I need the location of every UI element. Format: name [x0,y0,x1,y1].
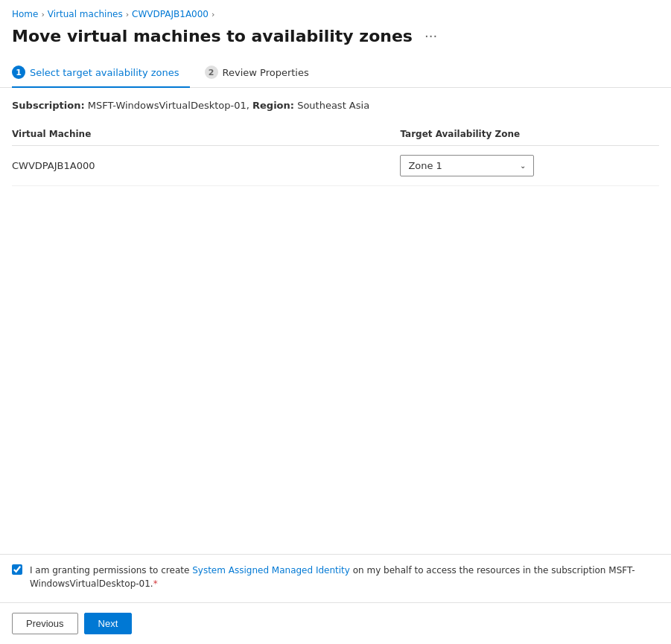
subscription-label: Subscription: [12,100,85,111]
more-options-icon[interactable]: ··· [420,27,442,45]
breadcrumb-vms[interactable]: Virtual machines [48,9,123,19]
breadcrumb-sep-2: › [126,10,129,19]
breadcrumb-vm-name[interactable]: CWVDPAJB1A000 [132,9,209,19]
breadcrumb: Home › Virtual machines › CWVDPAJB1A000 … [0,0,671,24]
tab-label-review-properties: Review Properties [223,67,309,78]
subscription-value: MSFT-WindowsVirtualDesktop-01 [88,100,247,111]
previous-button[interactable]: Previous [12,613,78,634]
consent-text-before: I am granting permissions to create [30,565,192,576]
col-target-zone: Target Availability Zone [400,123,659,146]
next-button[interactable]: Next [84,613,133,634]
zone-select-value: Zone 1 [408,160,442,171]
consent-link[interactable]: System Assigned Managed Identity [192,565,350,576]
chevron-down-icon: ⌄ [520,162,526,170]
region-label: Region: [252,100,294,111]
col-virtual-machine: Virtual Machine [12,123,400,146]
vm-table: Virtual Machine Target Availability Zone… [12,123,659,186]
vm-name-cell: CWVDPAJB1A000 [12,146,400,186]
tab-navigation: 1 Select target availability zones 2 Rev… [0,57,671,88]
main-content: Subscription: MSFT-WindowsVirtualDesktop… [0,88,671,186]
subscription-line: Subscription: MSFT-WindowsVirtualDesktop… [12,100,659,111]
page-title: Move virtual machines to availability zo… [12,27,413,45]
zone-dropdown-cell: Zone 1 ⌄ [400,146,659,186]
consent-bar: I am granting permissions to create Syst… [0,554,671,599]
table-row: CWVDPAJB1A000 Zone 1 ⌄ [12,146,659,186]
breadcrumb-home[interactable]: Home [12,9,38,19]
tab-select-zones[interactable]: 1 Select target availability zones [12,58,190,88]
breadcrumb-sep-1: › [41,10,44,19]
tab-label-select-zones: Select target availability zones [30,67,179,78]
zone-select-dropdown[interactable]: Zone 1 ⌄ [400,155,534,176]
region-value: Southeast Asia [297,100,369,111]
breadcrumb-sep-3: › [212,10,214,19]
footer-buttons: Previous Next [0,602,671,644]
page-header: Move virtual machines to availability zo… [0,24,671,57]
tab-review-properties[interactable]: 2 Review Properties [205,58,319,88]
consent-text: I am granting permissions to create Syst… [30,564,659,590]
tab-badge-1: 1 [12,66,25,79]
required-star: * [153,578,158,589]
consent-checkbox[interactable] [12,564,22,575]
tab-badge-2: 2 [205,66,218,79]
